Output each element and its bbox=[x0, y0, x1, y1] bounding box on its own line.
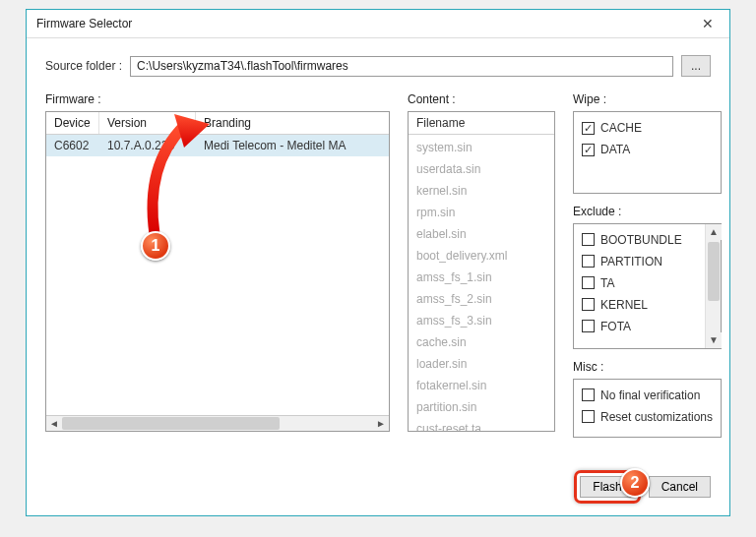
checkbox-label: TA bbox=[600, 273, 614, 293]
cell-version: 10.7.A.0.228 bbox=[99, 135, 196, 156]
col-branding[interactable]: Branding bbox=[196, 112, 389, 134]
checkbox-label: BOOTBUNDLE bbox=[600, 230, 682, 250]
scroll-up-icon[interactable]: ▲ bbox=[706, 224, 722, 240]
checkbox-row[interactable]: PARTITION bbox=[582, 251, 699, 272]
source-folder-row: Source folder : ... bbox=[45, 55, 711, 77]
horizontal-scrollbar[interactable]: ◄ ► bbox=[46, 415, 389, 431]
misc-label: Misc : bbox=[573, 360, 722, 374]
checkbox-label: Reset customizations bbox=[600, 407, 713, 427]
checkbox-icon[interactable] bbox=[582, 276, 595, 289]
checkbox-row[interactable]: Reset customizations bbox=[582, 406, 713, 428]
list-item[interactable]: cust-reset.ta bbox=[409, 418, 554, 432]
list-item[interactable]: rpm.sin bbox=[409, 202, 554, 223]
exclude-panel: BOOTBUNDLEPARTITIONTAKERNELFOTA bbox=[573, 223, 722, 349]
list-item[interactable]: boot_delivery.xml bbox=[409, 245, 554, 267]
checkbox-icon[interactable] bbox=[582, 255, 595, 268]
wipe-panel: ✓CACHE✓DATA bbox=[573, 111, 722, 194]
cell-device: C6602 bbox=[46, 135, 99, 156]
checkbox-row[interactable]: KERNEL bbox=[582, 294, 699, 316]
source-folder-input[interactable] bbox=[130, 56, 673, 77]
checkbox-icon[interactable] bbox=[582, 233, 595, 246]
col-device[interactable]: Device bbox=[46, 112, 99, 134]
checkbox-row[interactable]: No final verification bbox=[582, 385, 713, 406]
checkbox-row[interactable]: TA bbox=[582, 272, 699, 294]
list-item[interactable]: amss_fs_3.sin bbox=[409, 310, 554, 331]
checkbox-row[interactable]: FOTA bbox=[582, 316, 699, 337]
flash-highlight: Flash bbox=[574, 470, 640, 504]
checkbox-icon[interactable] bbox=[582, 410, 595, 423]
content-label: Content : bbox=[408, 92, 555, 106]
col-version[interactable]: Version bbox=[99, 112, 196, 134]
checkbox-row[interactable]: BOOTBUNDLE bbox=[582, 229, 699, 251]
checkbox-row[interactable]: ✓CACHE bbox=[582, 117, 713, 139]
browse-button[interactable]: ... bbox=[681, 55, 711, 77]
firmware-table-header: Device Version Branding bbox=[46, 112, 389, 135]
checkbox-label: CACHE bbox=[600, 118, 642, 138]
checkbox-icon[interactable] bbox=[582, 298, 595, 311]
checkbox-icon[interactable]: ✓ bbox=[582, 122, 595, 135]
list-item[interactable]: userdata.sin bbox=[409, 158, 554, 180]
table-row[interactable]: C6602 10.7.A.0.228 Medi Telecom - Medite… bbox=[46, 135, 389, 156]
content-header[interactable]: Filename bbox=[409, 112, 554, 135]
scroll-right-icon[interactable]: ► bbox=[373, 416, 389, 431]
firmware-table: Device Version Branding C6602 10.7.A.0.2… bbox=[45, 111, 390, 432]
checkbox-label: FOTA bbox=[600, 317, 631, 336]
cell-branding: Medi Telecom - Meditel MA bbox=[196, 135, 389, 156]
list-item[interactable]: amss_fs_1.sin bbox=[409, 267, 554, 288]
list-item[interactable]: fotakernel.sin bbox=[409, 375, 554, 396]
content-list: Filename system.sinuserdata.sinkernel.si… bbox=[408, 111, 555, 432]
window-title: Firmware Selector bbox=[36, 17, 686, 30]
misc-panel: No final verificationReset customization… bbox=[573, 379, 722, 438]
scroll-left-icon[interactable]: ◄ bbox=[46, 416, 62, 431]
checkbox-icon[interactable] bbox=[582, 388, 595, 401]
list-item[interactable]: partition.sin bbox=[409, 396, 554, 418]
cancel-button[interactable]: Cancel bbox=[649, 476, 711, 498]
checkbox-icon[interactable] bbox=[582, 320, 595, 332]
wipe-label: Wipe : bbox=[573, 92, 722, 106]
dialog-footer: Flash Cancel bbox=[574, 470, 711, 504]
close-icon[interactable]: ✕ bbox=[686, 10, 729, 37]
vertical-scrollbar[interactable]: ▲ ▼ bbox=[705, 224, 721, 348]
exclude-label: Exclude : bbox=[573, 205, 722, 218]
firmware-label: Firmware : bbox=[45, 92, 390, 106]
list-item[interactable]: elabel.sin bbox=[409, 223, 554, 245]
list-item[interactable]: kernel.sin bbox=[409, 180, 554, 202]
list-item[interactable]: cache.sin bbox=[409, 331, 554, 353]
list-item[interactable]: system.sin bbox=[409, 137, 554, 158]
checkbox-label: PARTITION bbox=[600, 252, 662, 271]
checkbox-icon[interactable]: ✓ bbox=[582, 144, 595, 156]
source-folder-label: Source folder : bbox=[45, 59, 122, 73]
list-item[interactable]: loader.sin bbox=[409, 353, 554, 375]
checkbox-label: No final verification bbox=[600, 386, 700, 405]
checkbox-label: KERNEL bbox=[600, 295, 648, 315]
checkbox-label: DATA bbox=[600, 140, 630, 159]
checkbox-row[interactable]: ✓DATA bbox=[582, 139, 713, 160]
titlebar: Firmware Selector ✕ bbox=[27, 10, 729, 38]
scroll-down-icon[interactable]: ▼ bbox=[706, 332, 722, 348]
flash-button[interactable]: Flash bbox=[580, 476, 634, 498]
list-item[interactable]: amss_fs_2.sin bbox=[409, 288, 554, 310]
firmware-selector-dialog: Firmware Selector ✕ Source folder : ... … bbox=[26, 9, 730, 516]
